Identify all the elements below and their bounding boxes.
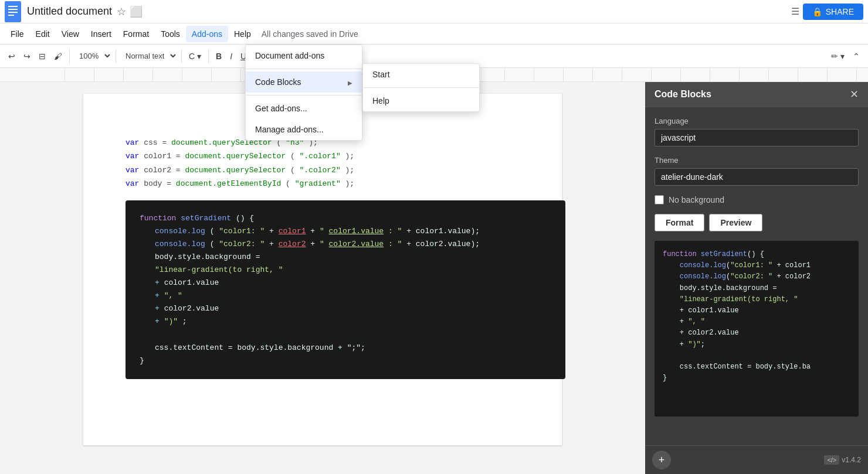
submenu-start[interactable]: Start: [363, 64, 479, 85]
addons-codeblocks[interactable]: Code Blocks: [246, 71, 362, 93]
submenu-separator: [363, 87, 479, 88]
addons-separator-2: [246, 95, 362, 96]
codeblocks-submenu: Start Help: [362, 63, 480, 112]
addons-manage[interactable]: Manage add-ons...: [246, 119, 362, 140]
addons-separator-1: [246, 69, 362, 69]
codeblocks-submenu-icon: [348, 77, 352, 87]
addons-get[interactable]: Get add-ons...: [246, 98, 362, 119]
addons-document-addons[interactable]: Document add-ons: [246, 45, 362, 66]
submenu-help[interactable]: Help: [363, 90, 479, 111]
addons-dropdown-menu: Document add-ons Code Blocks Get add-ons…: [245, 45, 362, 141]
